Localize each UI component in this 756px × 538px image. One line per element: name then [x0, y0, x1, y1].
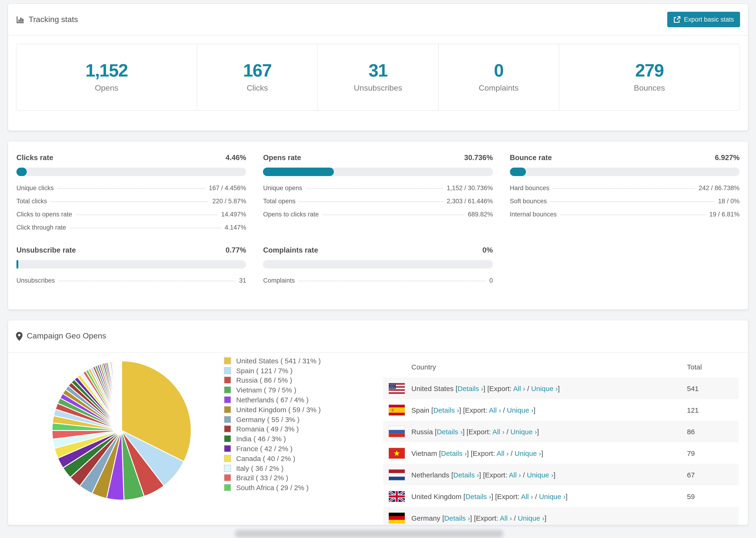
country-cell: Germany [Details ›] [Export: All › / Uni… [411, 514, 546, 522]
detail-value: 0 [489, 277, 493, 285]
detail-label: Clicks to opens rate [17, 210, 72, 219]
details-link[interactable]: Details › [453, 471, 479, 479]
details-link[interactable]: Details › [458, 384, 483, 392]
detail-value: 167 / 4.456% [209, 184, 246, 192]
pie-slice-other [121, 361, 122, 430]
rate-head: Bounce rate6.927% [510, 153, 739, 162]
tracking-stats-header: Tracking stats Export basic stats [8, 4, 748, 36]
details-link[interactable]: Details › [437, 427, 462, 435]
legend-label: South Africa ( 29 / 2% ) [236, 484, 309, 492]
stat-value: 1,152 [85, 62, 128, 79]
pie-legend: United States ( 541 / 31% )Spain ( 121 /… [224, 356, 321, 493]
export-unique-link[interactable]: Unique › [511, 427, 537, 435]
details-link[interactable]: Details › [444, 514, 470, 522]
export-all-link[interactable]: All › [500, 514, 512, 522]
rate-head: Clicks rate4.46% [17, 153, 246, 162]
rate-detail-row: Unique opens1,152 / 30.736% [263, 184, 493, 192]
detail-value: 18 / 0% [718, 197, 739, 206]
geo-table-row-nl: Netherlands [Details ›] [Export: All › /… [383, 464, 739, 485]
legend-item-south-africa: South Africa ( 29 / 2% ) [224, 483, 321, 493]
bracket-text: ] [537, 427, 539, 435]
export-all-link[interactable]: All › [497, 449, 509, 457]
rate-value: 30.736% [464, 153, 493, 162]
legend-swatch [224, 426, 231, 433]
slash-text: / [505, 427, 511, 435]
total-value: 541 [687, 384, 739, 392]
legend-item-canada: Canada ( 40 / 2% ) [224, 454, 321, 463]
rate-detail-row: Unsubscribes31 [17, 277, 246, 285]
column-header-total: Total [687, 363, 739, 371]
dotted-leader [51, 201, 209, 202]
stat-label: Clicks [247, 83, 268, 93]
rates-card: Clicks rate4.46%Unique clicks167 / 4.456… [8, 141, 748, 310]
export-all-link[interactable]: All › [521, 492, 533, 500]
rate-block-complaints-rate: Complaints rate0%Complaints0 [263, 246, 493, 285]
detail-value: 689.82% [468, 210, 493, 219]
export-all-link[interactable]: All › [509, 471, 521, 479]
dotted-leader [306, 188, 443, 189]
horizontal-scrollbar-thumb[interactable] [235, 530, 503, 538]
legend-label: United Kingdom ( 59 / 3% ) [236, 405, 321, 413]
country-cell: Russia [Details ›] [Export: All › / Uniq… [411, 427, 539, 435]
export-all-link[interactable]: All › [513, 384, 525, 392]
slash-text: / [509, 449, 514, 457]
export-all-link[interactable]: All › [489, 406, 501, 414]
country-cell: Spain [Details ›] [Export: All › / Uniqu… [411, 406, 536, 414]
legend-label: Spain ( 121 / 7% ) [236, 366, 293, 374]
rate-value: 4.46% [226, 153, 246, 162]
details-link[interactable]: Details › [441, 449, 467, 457]
country-name: Netherlands [411, 471, 451, 479]
legend-swatch [224, 484, 231, 491]
rate-head: Unsubscribe rate0.77% [17, 246, 246, 254]
legend-swatch [224, 445, 231, 452]
progress-bar-fill [263, 168, 334, 176]
export-unique-link[interactable]: Unique › [507, 406, 533, 414]
export-all-link[interactable]: All › [492, 427, 505, 435]
geo-opens-body: United States ( 541 / 31% )Spain ( 121 /… [8, 352, 748, 525]
bracket-text: ] [Export: [470, 514, 500, 522]
export-basic-stats-button[interactable]: Export basic stats [668, 12, 740, 27]
slash-text: / [521, 471, 527, 479]
bracket-text: ] [553, 471, 555, 479]
stat-cell-bounces: 279Bounces [559, 44, 739, 110]
legend-swatch [224, 377, 231, 384]
flag-icon-nl [389, 469, 405, 480]
slash-text: / [533, 492, 539, 500]
legend-item-spain: Spain ( 121 / 7% ) [224, 366, 321, 376]
detail-label: Unique clicks [17, 184, 54, 192]
rate-detail-rows: Unique clicks167 / 4.456%Total clicks220… [17, 184, 246, 232]
bracket-text: ] [Export: [479, 471, 509, 479]
stats-summary-box: 1,152Opens167Clicks31Unsubscribes0Compla… [16, 44, 740, 111]
legend-item-vietnam: Vietnam ( 79 / 5% ) [224, 385, 321, 395]
detail-value: 19 / 6.81% [709, 210, 739, 219]
legend-item-romania: Romania ( 49 / 3% ) [224, 424, 321, 434]
legend-label: Netherlands ( 67 / 4% ) [236, 396, 309, 404]
dotted-leader [299, 201, 443, 202]
detail-label: Total clicks [17, 197, 47, 206]
bar-chart-icon [16, 15, 25, 24]
bracket-text: [ [442, 514, 444, 522]
stat-value: 31 [369, 62, 388, 79]
detail-label: Internal bounces [510, 210, 557, 219]
details-link[interactable]: Details › [433, 406, 459, 414]
stat-cell-opens: 1,152Opens [17, 44, 197, 110]
legend-item-russia: Russia ( 86 / 5% ) [224, 375, 321, 385]
export-unique-link[interactable]: Unique › [514, 449, 541, 457]
progress-bar-fill [510, 168, 526, 176]
detail-label: Unsubscribes [17, 277, 55, 285]
legend-label: Germany ( 55 / 3% ) [236, 415, 299, 423]
export-unique-link[interactable]: Unique › [539, 492, 566, 500]
details-link[interactable]: Details › [465, 492, 491, 500]
export-unique-link[interactable]: Unique › [518, 514, 544, 522]
bracket-text: [ [439, 449, 441, 457]
export-unique-link[interactable]: Unique › [527, 471, 553, 479]
dotted-leader [58, 188, 205, 189]
country-name: Russia [411, 427, 435, 435]
export-icon [674, 16, 681, 23]
rate-detail-row: Internal bounces19 / 6.81% [510, 210, 739, 219]
export-unique-link[interactable]: Unique › [531, 384, 558, 392]
flag-icon-ru [389, 426, 405, 437]
rate-block-bounce-rate: Bounce rate6.927%Hard bounces242 / 86.73… [510, 153, 739, 232]
legend-swatch [224, 464, 231, 471]
export-button-label: Export basic stats [684, 16, 734, 23]
